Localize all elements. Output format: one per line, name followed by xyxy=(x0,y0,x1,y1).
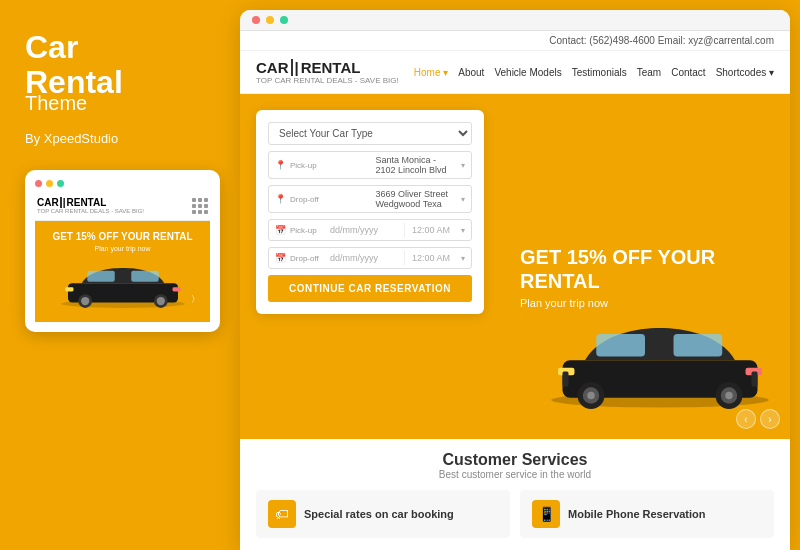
browser-dot-green xyxy=(280,16,288,24)
dropoff-datetime-row[interactable]: 📅 Drop-off dd/mm/yyyy 12:00 AM ▾ xyxy=(268,247,472,269)
mobile-hero: GET 15% OFF YOUR RENTAL Plan your trip n… xyxy=(35,221,210,322)
hero-next-arrow[interactable]: › xyxy=(760,409,780,429)
booking-form: Select Your Car Type 📍 Pick-up Santa Mon… xyxy=(256,110,484,314)
dropoff-time: 12:00 AM xyxy=(412,253,457,263)
pickup-time-chevron-icon: ▾ xyxy=(461,226,465,235)
car-type-select-row[interactable]: Select Your Car Type xyxy=(268,122,472,145)
special-rates-icon: 🏷 xyxy=(268,500,296,528)
browser-window: Contact: (562)498-4600 Email: xyz@carren… xyxy=(240,10,790,550)
svg-rect-3 xyxy=(131,271,159,282)
dropoff-time-chevron-icon: ▾ xyxy=(461,254,465,263)
mobile-mockup: CAR|RENTAL TOP CAR RENTAL DEALS - SAVE B… xyxy=(25,170,220,332)
hero-right: GET 15% OFF YOUR RENTAL Plan your trip n… xyxy=(500,94,790,439)
site-topbar: Contact: (562)498-4600 Email: xyz@carren… xyxy=(240,31,790,51)
mobile-next-arrow[interactable]: 〉 xyxy=(186,292,200,306)
dropoff-calendar-icon: 📅 xyxy=(275,253,286,263)
nav-vehicles[interactable]: Vehicle Models xyxy=(494,67,561,78)
svg-rect-8 xyxy=(65,288,73,292)
pickup-dt-label: Pick-up xyxy=(290,226,326,235)
svg-point-5 xyxy=(81,297,89,305)
pickup-pin-icon: 📍 xyxy=(275,160,286,170)
pickup-label: Pick-up xyxy=(290,161,372,170)
left-panel: Car Rental Theme By XpeedStudio CAR|RENT… xyxy=(0,0,240,550)
mobile-header: CAR|RENTAL TOP CAR RENTAL DEALS - SAVE B… xyxy=(35,193,210,221)
mobile-menu-icon xyxy=(192,198,208,214)
nav-team[interactable]: Team xyxy=(637,67,661,78)
hero-prev-arrow[interactable]: ‹ xyxy=(736,409,756,429)
dropoff-pin-icon: 📍 xyxy=(275,194,286,204)
mobile-logo-sub: TOP CAR RENTAL DEALS - SAVE BIG! xyxy=(37,208,144,214)
mobile-phone-icon: 📱 xyxy=(532,500,560,528)
pickup-time: 12:00 AM xyxy=(412,225,457,235)
dropoff-field[interactable]: 📍 Drop-off 3669 Oliver Street Wedgwood T… xyxy=(268,185,472,213)
nav-contact[interactable]: Contact xyxy=(671,67,705,78)
continue-reservation-button[interactable]: CONTINUE CAR RESERVATION xyxy=(268,275,472,302)
left-by: By XpeedStudio xyxy=(25,131,215,146)
nav-links: Home ▾ About Vehicle Models Testimonials… xyxy=(414,67,774,78)
site-content: Contact: (562)498-4600 Email: xyz@carren… xyxy=(240,31,790,550)
nav-shortcodes[interactable]: Shortcodes ▾ xyxy=(716,67,774,78)
left-title: Car Rental Theme xyxy=(25,30,215,115)
pickup-value: Santa Monica - 2102 Lincoln Blvd xyxy=(376,155,458,175)
customer-services-sub: Best customer service in the world xyxy=(256,469,774,480)
site-bottom: Customer Services Best customer service … xyxy=(240,439,790,550)
svg-rect-9 xyxy=(172,288,180,292)
mobile-car-image: 〉 xyxy=(43,252,202,312)
hero-form-area: Select Your Car Type 📍 Pick-up Santa Mon… xyxy=(240,94,500,439)
browser-bar xyxy=(240,10,790,31)
pickup-calendar-icon: 📅 xyxy=(275,225,286,235)
svg-rect-22 xyxy=(563,372,569,387)
svg-point-7 xyxy=(156,297,164,305)
hero-subheadline: Plan your trip now xyxy=(520,297,770,309)
customer-services-title: Customer Services xyxy=(256,451,774,469)
site-hero: Select Your Car Type 📍 Pick-up Santa Mon… xyxy=(240,94,790,439)
mobile-dot-yellow xyxy=(46,180,53,187)
pickup-date: dd/mm/yyyy xyxy=(330,225,397,235)
hero-arrows: ‹ › xyxy=(736,409,780,429)
svg-rect-23 xyxy=(752,372,758,387)
service-card-2: 📱 Mobile Phone Reservation xyxy=(520,490,774,538)
nav-about[interactable]: About xyxy=(458,67,484,78)
pickup-field[interactable]: 📍 Pick-up Santa Monica - 2102 Lincoln Bl… xyxy=(268,151,472,179)
dropoff-label: Drop-off xyxy=(290,195,372,204)
svg-rect-13 xyxy=(674,334,723,357)
services-row: 🏷 Special rates on car booking 📱 Mobile … xyxy=(256,490,774,538)
mobile-dot-red xyxy=(35,180,42,187)
mobile-hero-sub: Plan your trip now xyxy=(43,245,202,252)
car-type-select[interactable]: Select Your Car Type xyxy=(269,123,471,144)
pickup-datetime-row[interactable]: 📅 Pick-up dd/mm/yyyy 12:00 AM ▾ xyxy=(268,219,472,241)
svg-rect-12 xyxy=(596,334,645,357)
svg-rect-2 xyxy=(87,271,115,282)
dropoff-value: 3669 Oliver Street Wedgwood Texa xyxy=(376,189,458,209)
svg-point-19 xyxy=(725,392,733,400)
svg-point-16 xyxy=(587,392,595,400)
service-2-label: Mobile Phone Reservation xyxy=(568,508,706,520)
site-nav: CAR|RENTAL TOP CAR RENTAL DEALS - SAVE B… xyxy=(240,51,790,94)
nav-home[interactable]: Home ▾ xyxy=(414,67,448,78)
site-logo: CAR|RENTAL xyxy=(256,59,399,76)
dropoff-dt-label: Drop-off xyxy=(290,254,326,263)
browser-dot-red xyxy=(252,16,260,24)
service-card-1: 🏷 Special rates on car booking xyxy=(256,490,510,538)
dropoff-date: dd/mm/yyyy xyxy=(330,253,397,263)
service-1-label: Special rates on car booking xyxy=(304,508,454,520)
nav-testimonials[interactable]: Testimonials xyxy=(572,67,627,78)
site-logo-sub: TOP CAR RENTAL DEALS - SAVE BIG! xyxy=(256,76,399,85)
hero-headline: GET 15% OFF YOUR RENTAL xyxy=(520,245,770,293)
browser-dot-yellow xyxy=(266,16,274,24)
dropoff-chevron-icon: ▾ xyxy=(461,195,465,204)
mobile-hero-title: GET 15% OFF YOUR RENTAL xyxy=(43,231,202,243)
mobile-logo: CAR|RENTAL xyxy=(37,197,144,208)
mobile-dot-green xyxy=(57,180,64,187)
pickup-chevron-icon: ▾ xyxy=(461,161,465,170)
